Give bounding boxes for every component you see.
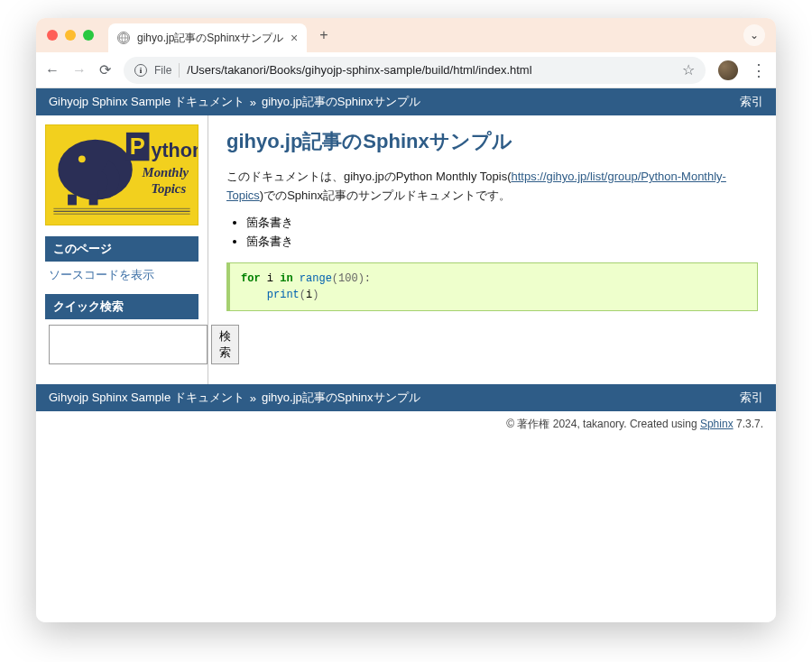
footer-copyright: © 著作権 2024, takanory. Created using <box>506 418 700 430</box>
intro-paragraph: このドキュメントは、gihyo.jpのPython Monthly Topis(… <box>226 168 758 206</box>
code-keyword: in <box>280 272 292 285</box>
forward-button[interactable]: → <box>72 62 87 78</box>
url-text: /Users/takanori/Books/gihyojp-sphinx-sam… <box>187 63 675 77</box>
breadcrumb-bottom: Gihyojp Sphinx Sample ドキュメント » gihyo.jp記… <box>36 384 776 411</box>
intro-post: )でのSphinx記事のサンプルドキュメントです。 <box>260 188 511 202</box>
code-var: i <box>261 272 281 285</box>
breadcrumb-home-link[interactable]: Gihyojp Sphinx Sample ドキュメント <box>49 94 245 110</box>
maximize-window-button[interactable] <box>83 30 94 41</box>
back-button[interactable]: ← <box>45 62 60 78</box>
chevron-down-icon[interactable]: ⌄ <box>743 24 765 46</box>
tab-title: gihyo.jp記事のSphinxサンプル <box>137 31 283 46</box>
sidebar-quicksearch-body: 検索 <box>45 319 198 375</box>
sphinx-link[interactable]: Sphinx <box>700 418 734 430</box>
code-op: ) <box>312 289 318 301</box>
index-link[interactable]: 索引 <box>740 94 763 110</box>
svg-text:P: P <box>130 133 145 159</box>
svg-rect-6 <box>68 195 77 206</box>
page-title: gihyo.jp記事のSphinxサンプル <box>226 128 758 155</box>
browser-tab[interactable]: gihyo.jp記事のSphinxサンプル × <box>108 23 307 52</box>
kebab-menu-icon[interactable]: ⋮ <box>751 60 767 80</box>
intro-pre: このドキュメントは、gihyo.jpのPython Monthly Topis( <box>226 170 511 183</box>
breadcrumb-top: Gihyojp Sphinx Sample ドキュメント » gihyo.jp記… <box>36 88 776 115</box>
traffic-lights <box>47 30 94 41</box>
list-item: 箇条書き <box>246 215 758 231</box>
code-func: range <box>293 272 332 285</box>
main-content: gihyo.jp記事のSphinxサンプル このドキュメントは、gihyo.jp… <box>208 115 776 384</box>
sidebar-thispage-title: このページ <box>45 236 198 262</box>
svg-text:Topics: Topics <box>151 181 186 196</box>
sidebar: P ython Monthly Topics このページ ソースコードを表示 ク… <box>36 115 208 384</box>
code-keyword: for <box>241 272 261 285</box>
breadcrumb-current-link[interactable]: gihyo.jp記事のSphinxサンプル <box>262 390 420 406</box>
minimize-window-button[interactable] <box>65 30 76 41</box>
search-input[interactable] <box>49 325 208 364</box>
svg-rect-7 <box>89 195 98 206</box>
sidebar-thispage-body: ソースコードを表示 <box>45 262 198 294</box>
url-box[interactable]: i File /Users/takanori/Books/gihyojp-sph… <box>124 57 706 84</box>
globe-icon <box>117 32 130 44</box>
breadcrumb-home-link[interactable]: Gihyojp Sphinx Sample ドキュメント <box>49 390 245 406</box>
sidebar-quicksearch-title: クイック検索 <box>45 294 198 319</box>
breadcrumb-current-link[interactable]: gihyo.jp記事のSphinxサンプル <box>262 94 420 110</box>
footer-version: 7.3.7. <box>734 418 763 430</box>
code-op: ( <box>300 289 306 301</box>
browser-window: gihyo.jp記事のSphinxサンプル × + ⌄ ← → ⟳ i File… <box>36 18 776 622</box>
close-window-button[interactable] <box>47 30 58 41</box>
svg-text:Monthly: Monthly <box>142 165 189 179</box>
code-op: ( <box>332 272 338 285</box>
code-indent <box>241 289 267 301</box>
svg-point-5 <box>78 155 86 162</box>
page-content: Gihyojp Sphinx Sample ドキュメント » gihyo.jp記… <box>36 88 776 622</box>
list-item: 箇条書き <box>246 234 758 250</box>
reload-button[interactable]: ⟳ <box>99 61 111 78</box>
svg-text:ython: ython <box>151 139 198 161</box>
code-block: for i in range(100): print(i) <box>226 262 758 311</box>
logo[interactable]: P ython Monthly Topics <box>45 124 198 225</box>
code-op: ): <box>358 272 371 285</box>
url-scheme: File <box>154 64 171 77</box>
code-num: 100 <box>338 272 358 285</box>
tab-bar: gihyo.jp記事のSphinxサンプル × + ⌄ <box>36 18 776 52</box>
close-tab-icon[interactable]: × <box>291 31 298 45</box>
new-tab-button[interactable]: + <box>319 27 328 43</box>
index-link[interactable]: 索引 <box>740 390 763 406</box>
doc-body: P ython Monthly Topics このページ ソースコードを表示 ク… <box>36 115 776 384</box>
info-icon[interactable]: i <box>134 64 147 77</box>
code-func: print <box>267 289 300 301</box>
breadcrumb-separator: » <box>250 391 256 405</box>
profile-avatar[interactable] <box>718 60 738 80</box>
breadcrumb-separator: » <box>250 96 256 109</box>
show-source-link[interactable]: ソースコードを表示 <box>49 268 154 281</box>
bookmark-star-icon[interactable]: ☆ <box>682 61 695 78</box>
footer: © 著作権 2024, takanory. Created using Sphi… <box>36 411 776 437</box>
address-bar: ← → ⟳ i File /Users/takanori/Books/gihyo… <box>36 52 776 88</box>
svg-point-4 <box>58 140 132 200</box>
url-divider <box>179 63 180 78</box>
bullets-list: 箇条書き 箇条書き <box>246 215 758 250</box>
